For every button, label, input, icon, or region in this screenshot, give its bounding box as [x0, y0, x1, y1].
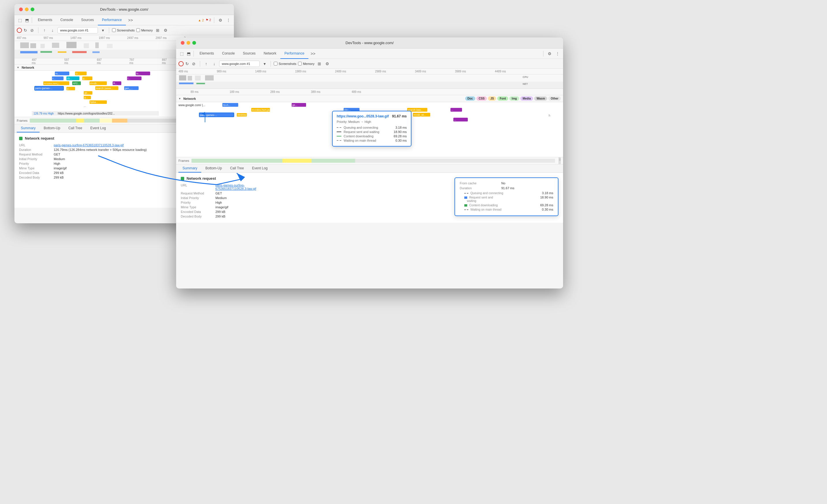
layers-icon[interactable]: ⬒ — [24, 17, 30, 23]
cursor-icon-2[interactable]: ⬚ — [179, 51, 185, 57]
url-val-2[interactable]: paris-games-surfing-6753651837110528.3-l… — [215, 183, 256, 190]
download-icon-2[interactable]: ↓ — [211, 61, 217, 67]
minimize-button-1[interactable] — [25, 7, 29, 11]
close-button-2[interactable] — [181, 41, 185, 45]
chevron-icon-1[interactable]: ▾ — [100, 27, 106, 34]
record-button-2[interactable] — [179, 61, 184, 66]
triangle-icon-1: ▼ — [17, 66, 19, 69]
tab-console-1[interactable]: Console — [56, 15, 77, 25]
settings-icon-2[interactable]: ⚙ — [546, 51, 553, 57]
svg-rect-57 — [176, 74, 563, 81]
detail-url-row-2: URL paris-games-surfing-6753651837110528… — [181, 183, 450, 190]
more-icon-1[interactable]: ⋮ — [225, 17, 232, 23]
url-key-2: URL — [181, 183, 215, 190]
maximize-button-1[interactable] — [31, 7, 34, 11]
reload-icon-2[interactable]: ↻ — [185, 61, 189, 66]
err-badge-1: ⚑ 2 — [206, 18, 211, 22]
tab-elements-1[interactable]: Elements — [34, 15, 56, 25]
chip-wasm[interactable]: Wasm — [534, 96, 547, 101]
memory-check-2[interactable]: Memory — [298, 62, 314, 65]
svg-text:l...: l... — [128, 77, 131, 80]
tab-sources-1[interactable]: Sources — [77, 15, 98, 25]
decoded-val-1: 299 kB — [54, 176, 63, 179]
url-bar-1[interactable] — [57, 27, 98, 34]
upload-icon-1[interactable]: ↑ — [41, 27, 48, 34]
encoded-key-2: Encoded Data — [181, 210, 215, 214]
chip-doc[interactable]: Doc — [465, 96, 475, 101]
chip-css[interactable]: CSS — [477, 96, 487, 101]
tab-more-2[interactable]: >> — [308, 51, 318, 56]
window-controls-2[interactable] — [181, 41, 196, 45]
chip-js[interactable]: JS — [488, 96, 496, 101]
settings2-icon-2[interactable]: ⚙ — [324, 61, 331, 67]
screenshots-check-1[interactable]: Screenshots — [112, 28, 135, 32]
svg-text:rs=A...: rs=A... — [223, 104, 231, 106]
close-button-1[interactable] — [19, 7, 23, 11]
info-request-key: Request sent and waiting — [464, 195, 510, 203]
stop-icon-1[interactable]: ⊘ — [29, 27, 35, 34]
upload-icon-2[interactable]: ↑ — [203, 61, 209, 67]
network-request-label-2: Network request — [187, 176, 216, 181]
frames-track-1 — [30, 119, 185, 123]
tab-summary-1[interactable]: Summary — [17, 124, 40, 132]
chevron-icon-2[interactable]: ▾ — [261, 61, 268, 67]
tab-performance-1[interactable]: Performance — [98, 15, 126, 25]
url-val-1[interactable]: paris-games-surfing-6753651837110528.3-l… — [54, 144, 124, 147]
stop-icon-2[interactable]: ⊘ — [191, 61, 197, 67]
timeline-ruler-2: 489 ms 989 ms 1489 ms 1989 ms 2489 ms 29… — [176, 69, 563, 74]
chip-other[interactable]: Other — [548, 96, 561, 101]
tab-bottomup-1[interactable]: Bottom-Up — [40, 124, 64, 132]
info-content-val: 69.28 ms — [540, 204, 553, 207]
mime-val-1: image/gif — [54, 166, 67, 170]
memory-check-1[interactable]: Memory — [136, 28, 153, 32]
tab-network-2[interactable]: Network — [259, 49, 280, 59]
frame-seg-9 — [282, 159, 311, 163]
record-button-1[interactable] — [17, 28, 22, 33]
tab-calltree-2[interactable]: Call Tree — [226, 164, 248, 172]
scrollbar-v-2[interactable] — [558, 157, 561, 164]
screenshots-check-2[interactable]: Screenshots — [274, 62, 296, 65]
mime-key-2: Mime Type — [181, 206, 215, 209]
network-tooltip-2: https://www.goo...0528.3-law.gif 91.67 m… — [332, 111, 411, 147]
url-bar-2[interactable] — [219, 61, 259, 67]
network-icon-1[interactable]: ⊞ — [154, 27, 161, 34]
tab-console-2[interactable]: Console — [218, 49, 239, 59]
timeline-area-2: 489 ms 989 ms 1489 ms 1989 ms 2489 ms 29… — [176, 69, 563, 89]
tab-performance-2[interactable]: Performance — [280, 49, 308, 59]
window-controls-1[interactable] — [19, 7, 34, 11]
tab-calltree-1[interactable]: Call Tree — [64, 124, 86, 132]
tab-more-1[interactable]: >> — [126, 18, 135, 22]
tooltip-request-label: Request sent and waiting — [337, 130, 379, 133]
network-icon-2[interactable]: ⊞ — [316, 61, 323, 67]
info-content-row: Content downloading 69.28 ms — [460, 204, 553, 207]
chip-font[interactable]: Font — [497, 96, 508, 101]
chip-media[interactable]: Media — [520, 96, 533, 101]
chip-img[interactable]: Img — [509, 96, 519, 101]
info-waiting-val: 0.30 ms — [542, 208, 553, 211]
timeline-content-2: CPU NET — [176, 74, 563, 89]
tab-eventlog-1[interactable]: Event Log — [86, 124, 110, 132]
cursor-icon[interactable]: ⬚ — [17, 17, 23, 23]
detail-priority-row-2: Priority High — [181, 201, 450, 204]
download-icon-1[interactable]: ↓ — [49, 27, 56, 34]
tab-summary-2[interactable]: Summary — [179, 164, 201, 172]
filter-chips-2: Doc CSS JS Font Img Media Wasm Other — [465, 96, 561, 101]
tab-sources-2[interactable]: Sources — [239, 49, 259, 59]
method-val-1: GET — [54, 153, 60, 156]
svg-text:...: ... — [451, 108, 453, 111]
svg-text:g...: g... — [84, 96, 88, 99]
tab-elements-2[interactable]: Elements — [195, 49, 218, 59]
layers-icon-2[interactable]: ⬒ — [185, 51, 192, 57]
priority-key-1: Priority — [19, 162, 54, 165]
tab-eventlog-2[interactable]: Event Log — [248, 164, 272, 172]
waterfall-area-2[interactable]: www.google.com/ (... rs=A... ge... m=cdo… — [176, 102, 563, 157]
maximize-button-2[interactable] — [192, 41, 196, 45]
more-icon-2[interactable]: ⋮ — [554, 51, 561, 57]
settings-icon-1[interactable]: ⚙ — [217, 17, 224, 23]
frame-seg-4 — [100, 119, 112, 123]
tab-bottomup-2[interactable]: Bottom-Up — [201, 164, 226, 172]
minimize-button-2[interactable] — [187, 41, 190, 45]
method-val-2: GET — [215, 191, 222, 195]
settings2-icon-1[interactable]: ⚙ — [162, 27, 169, 34]
reload-icon-1[interactable]: ↻ — [24, 28, 27, 33]
